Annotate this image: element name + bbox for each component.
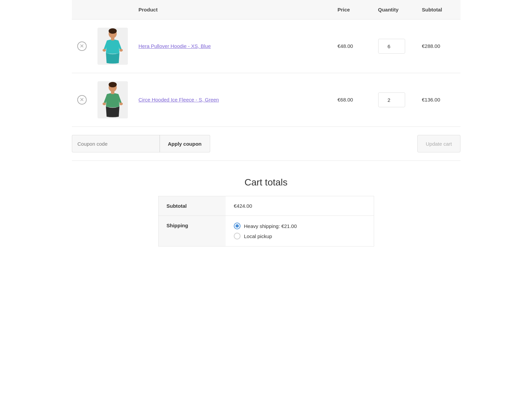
col-product-header: Product [133,0,332,20]
cart-item-row: ✕ Circe H [72,73,460,127]
subtotal-value: €424.00 [226,196,374,216]
product-quantity-cell [373,20,417,73]
svg-rect-7 [111,91,114,94]
cart-totals-title: Cart totals [245,177,288,188]
product-quantity-cell [373,73,417,127]
remove-cell: ✕ [72,20,92,73]
product-name-cell: Circe Hooded Ice Fleece - S, Green [133,73,332,127]
product-price-cell: €48.00 [332,20,373,73]
product-link[interactable]: Hera Pullover Hoodie - XS, Blue [139,43,211,49]
radio-button[interactable] [234,233,241,239]
product-price: €68.00 [338,97,353,103]
remove-item-button[interactable]: ✕ [77,95,87,105]
col-remove-header [72,0,92,20]
coupon-row: Apply coupon Update cart [72,127,460,161]
product-thumbnail [97,81,128,118]
apply-coupon-button[interactable]: Apply coupon [160,135,210,152]
quantity-input[interactable] [378,92,405,107]
product-price: €48.00 [338,43,353,49]
product-subtotal: €288.00 [422,43,440,49]
shipping-option-label: Local pickup [244,233,272,239]
product-thumb-cell [92,73,133,127]
shipping-option-label: Heavy shipping: €21.00 [244,223,297,229]
quantity-input[interactable] [378,39,405,54]
svg-point-6 [109,82,117,87]
shipping-option[interactable]: Local pickup [234,233,366,239]
shipping-option[interactable]: Heavy shipping: €21.00 [234,223,366,229]
cart-totals-table: Subtotal €424.00 Shipping Heavy shipping… [158,196,374,247]
shipping-options: Heavy shipping: €21.00 Local pickup [226,216,374,247]
subtotal-row: Subtotal €424.00 [158,196,374,216]
svg-rect-2 [111,37,114,40]
subtotal-label: Subtotal [158,196,226,216]
cart-table: Product Price Quantity Subtotal ✕ [72,0,460,127]
coupon-input[interactable] [72,135,160,152]
shipping-label: Shipping [158,216,226,247]
col-quantity-header: Quantity [373,0,417,20]
col-subtotal-header: Subtotal [417,0,460,20]
shipping-row: Shipping Heavy shipping: €21.00 Local pi… [158,216,374,247]
product-name-cell: Hera Pullover Hoodie - XS, Blue [133,20,332,73]
svg-point-9 [119,103,123,105]
col-thumb-header [92,0,133,20]
product-link[interactable]: Circe Hooded Ice Fleece - S, Green [139,97,219,103]
product-subtotal: €136.00 [422,97,440,103]
radio-button[interactable] [234,223,241,229]
svg-point-4 [119,49,123,52]
cart-item-row: ✕ Hera Pu [72,20,460,73]
remove-item-button[interactable]: ✕ [77,41,87,51]
product-subtotal-cell: €136.00 [417,73,460,127]
close-icon: ✕ [80,44,84,49]
product-thumbnail [97,28,128,65]
svg-point-1 [109,28,117,34]
svg-point-3 [103,49,106,52]
col-price-header: Price [332,0,373,20]
product-thumb-cell [92,20,133,73]
update-cart-button[interactable]: Update cart [417,135,460,152]
remove-cell: ✕ [72,73,92,127]
svg-point-8 [103,103,106,105]
product-price-cell: €68.00 [332,73,373,127]
close-icon: ✕ [80,97,84,103]
product-subtotal-cell: €288.00 [417,20,460,73]
cart-totals-section: Cart totals Subtotal €424.00 Shipping He… [72,161,460,247]
